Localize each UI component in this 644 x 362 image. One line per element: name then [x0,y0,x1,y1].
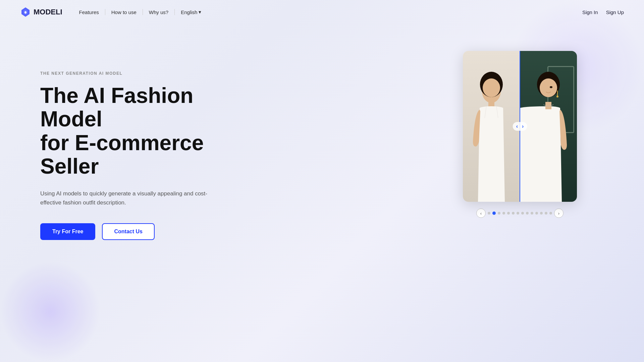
carousel-dot-9[interactable] [531,212,533,215]
slider-left-arrow[interactable]: ‹ [516,123,518,129]
slider-right-arrow[interactable]: › [522,123,524,129]
model-right-half [520,51,577,202]
carousel-dot-5[interactable] [512,212,515,215]
sign-in-button[interactable]: Sign In [582,9,598,15]
svg-point-14 [556,96,558,98]
carousel-prev-button[interactable]: ‹ [476,208,486,218]
hero-image-card: ‹ › [463,51,577,202]
logo-icon [20,7,31,17]
language-chevron-icon: ▾ [199,9,201,15]
carousel-next-button[interactable]: › [554,208,564,218]
sign-up-button[interactable]: Sign Up [606,9,624,15]
model-visual: ‹ › [463,51,577,202]
bg-blob-left [0,261,101,362]
hero-description: Using AI models to quickly generate a vi… [40,189,215,207]
carousel-dot-7[interactable] [521,212,524,215]
hero-title: The AI Fashion Model for E-commerce Sell… [40,84,255,178]
carousel-nav: ‹ › [463,208,577,218]
nav-features[interactable]: Features [76,7,102,17]
hero-section: THE NEXT GENERATION AI MODEL The AI Fash… [0,24,644,259]
current-language: English [181,9,197,15]
carousel-dot-2[interactable] [498,212,500,215]
carousel-dot-3[interactable] [502,212,505,215]
language-selector[interactable]: English ▾ [177,7,205,17]
carousel-dot-8[interactable] [526,212,529,215]
hero-title-line2: for E-commerce Seller [40,131,204,178]
nav-links: Features How to use Why us? English ▾ [76,7,205,17]
carousel-dot-1[interactable] [492,212,496,215]
carousel-dot-13[interactable] [549,212,552,215]
carousel-dot-10[interactable] [535,212,538,215]
nav-right: Sign In Sign Up [582,9,624,15]
hero-buttons: Try For Free Contact Us [40,223,255,240]
hero-image-container: ‹ › ‹ › [463,51,577,218]
logo[interactable]: MODELI [20,7,62,17]
svg-point-11 [540,78,557,97]
navbar: MODELI Features How to use Why us? Engli… [0,0,644,24]
carousel-dot-0[interactable] [488,212,490,215]
carousel-dot-6[interactable] [517,212,519,215]
brand-name: MODELI [34,8,62,16]
nav-left: MODELI Features How to use Why us? Engli… [20,7,205,17]
nav-why-us[interactable]: Why us? [146,7,172,17]
nav-divider-2 [143,9,143,15]
svg-point-12 [550,86,552,88]
carousel-dot-12[interactable] [545,212,547,215]
hero-tag: THE NEXT GENERATION AI MODEL [40,71,255,76]
try-for-free-button[interactable]: Try For Free [40,223,95,240]
hero-title-line1: The AI Fashion Model [40,83,193,131]
hero-text: THE NEXT GENERATION AI MODEL The AI Fash… [40,51,255,240]
contact-us-button[interactable]: Contact Us [102,223,154,240]
svg-rect-15 [545,102,551,109]
nav-divider-3 [174,9,175,15]
carousel-dot-4[interactable] [507,212,510,215]
model-left-half [463,51,520,202]
model-figure-right [520,51,577,202]
carousel-dot-11[interactable] [540,212,543,215]
nav-how-to-use[interactable]: How to use [108,7,140,17]
image-slider-arrows[interactable]: ‹ › [513,122,527,131]
nav-divider-1 [105,9,105,15]
model-figure-left [463,51,520,202]
svg-point-5 [483,78,500,97]
